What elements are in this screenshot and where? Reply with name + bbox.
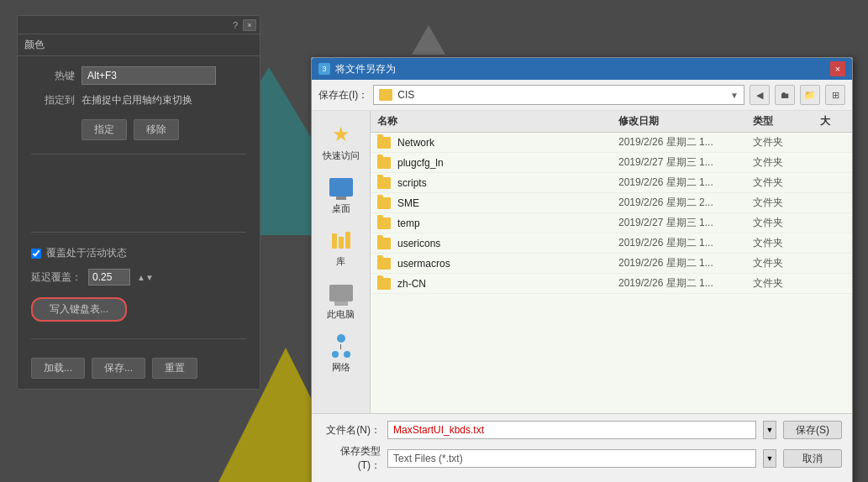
sidebar-item-desktop[interactable]: 桌面 <box>315 170 367 220</box>
assign-btn-row: 指定 移除 <box>31 119 246 140</box>
file-type: 文件夹 <box>753 176 820 190</box>
delay-stepper[interactable]: ▲▼ <box>137 273 154 282</box>
bottom-btn-row: 加载... 保存... 重置 <box>31 358 246 379</box>
file-date: 2019/2/26 星期二 1... <box>618 135 753 149</box>
left-panel-titlebar: ? × <box>18 16 260 34</box>
file-date: 2019/2/26 星期二 1... <box>618 176 753 190</box>
reset-button[interactable]: 重置 <box>152 358 197 379</box>
spacer <box>31 168 246 218</box>
cover-active-label: 覆盖处于活动状态 <box>46 246 127 260</box>
table-row[interactable]: usericons 2019/2/26 星期二 1... 文件夹 <box>371 233 852 254</box>
location-text: CIS <box>397 89 730 101</box>
saveas-content: ★ 快速访问 桌面 库 <box>312 111 852 413</box>
file-name: usermacros <box>397 258 618 270</box>
assign-button[interactable]: 指定 <box>82 119 127 140</box>
delay-label: 延迟覆盖： <box>31 270 82 285</box>
file-name: SME <box>397 197 618 209</box>
cover-active-row: 覆盖处于活动状态 <box>31 246 246 260</box>
library-label: 库 <box>336 255 345 268</box>
file-date: 2019/2/26 星期二 1... <box>618 256 753 270</box>
folder-icon <box>377 197 391 209</box>
file-type: 文件夹 <box>753 155 820 170</box>
desktop-label: 桌面 <box>332 202 350 215</box>
file-date: 2019/2/26 星期二 1... <box>618 236 753 250</box>
nav-up-button[interactable]: 🖿 <box>775 85 795 105</box>
up-icon: 🖿 <box>781 90 790 100</box>
sidebar-item-this-pc[interactable]: 此电脑 <box>315 276 367 326</box>
filename-label: 文件名(N)： <box>322 423 381 437</box>
quick-access-label: 快速访问 <box>323 149 360 162</box>
write-btn-container: 写入键盘表... <box>31 294 246 325</box>
filename-row: 文件名(N)： ▼ 保存(S) <box>322 421 842 439</box>
nav-back-button[interactable]: ◀ <box>750 85 770 105</box>
hotkey-input[interactable] <box>82 66 216 85</box>
location-dropdown-icon[interactable]: ▼ <box>730 91 739 100</box>
table-row[interactable]: temp 2019/2/27 星期三 1... 文件夹 <box>371 213 852 233</box>
filetype-label: 保存类型(T)： <box>322 444 381 473</box>
saveas-file-list[interactable]: 名称 修改日期 类型 大 Network 2019/2/26 星期二 1... … <box>371 111 852 413</box>
saveas-bottom: 文件名(N)： ▼ 保存(S) 保存类型(T)： ▼ 取消 <box>312 413 852 482</box>
cover-active-checkbox[interactable] <box>31 249 41 259</box>
file-name: usericons <box>397 238 618 249</box>
table-row[interactable]: zh-CN 2019/2/26 星期二 1... 文件夹 <box>371 274 852 294</box>
sidebar-item-network[interactable]: 网络 <box>315 329 367 379</box>
table-row[interactable]: Network 2019/2/26 星期二 1... 文件夹 <box>371 133 852 153</box>
separator-1 <box>31 154 246 155</box>
view-button[interactable]: ⊞ <box>825 85 845 105</box>
saveas-title-text: 将文件另存为 <box>335 62 396 76</box>
filetype-dropdown[interactable]: ▼ <box>763 449 776 468</box>
save-button[interactable]: 保存... <box>92 358 145 379</box>
folder-icon <box>377 278 391 290</box>
file-type: 文件夹 <box>753 276 820 291</box>
view-grid-icon: ⊞ <box>832 90 839 101</box>
folder-icon <box>377 157 391 169</box>
file-name: scripts <box>397 177 618 189</box>
nav-new-folder-button[interactable]: 📁 <box>800 85 820 105</box>
separator-2 <box>31 232 246 233</box>
network-icon <box>328 334 355 358</box>
folder-icon <box>377 258 391 270</box>
filename-input[interactable] <box>387 421 756 439</box>
close-button[interactable]: × <box>243 19 256 31</box>
folder-icon <box>377 177 391 189</box>
filename-dropdown[interactable]: ▼ <box>763 421 776 439</box>
sidebar-item-quick-access[interactable]: ★ 快速访问 <box>315 118 367 167</box>
filelist-header: 名称 修改日期 类型 大 <box>371 111 852 133</box>
panel-title: 颜色 <box>18 34 260 56</box>
load-button[interactable]: 加载... <box>31 358 85 379</box>
delay-input[interactable] <box>88 269 130 286</box>
arrow-top <box>412 25 445 55</box>
col-type-header: 类型 <box>753 114 820 128</box>
file-rows-container: Network 2019/2/26 星期二 1... 文件夹 plugcfg_l… <box>371 133 852 294</box>
table-row[interactable]: usermacros 2019/2/26 星期二 1... 文件夹 <box>371 254 852 274</box>
folder-icon <box>377 238 391 249</box>
cancel-file-button[interactable]: 取消 <box>783 449 842 468</box>
saveas-close-button[interactable]: × <box>830 61 845 76</box>
quick-access-icon: ★ <box>328 123 355 146</box>
hotkey-row: 热键 <box>31 66 246 85</box>
location-bar[interactable]: CIS ▼ <box>373 85 744 105</box>
table-row[interactable]: SME 2019/2/26 星期二 2... 文件夹 <box>371 193 852 213</box>
file-name: plugcfg_ln <box>397 157 618 169</box>
help-icon[interactable]: ? <box>233 20 238 30</box>
col-size-header: 大 <box>820 114 845 128</box>
sidebar-item-library[interactable]: 库 <box>315 223 367 273</box>
filetype-input <box>387 449 756 468</box>
file-date: 2019/2/27 星期三 1... <box>618 155 753 170</box>
remove-button[interactable]: 移除 <box>134 119 179 140</box>
save-file-button[interactable]: 保存(S) <box>783 421 842 439</box>
new-folder-icon: 📁 <box>804 90 816 101</box>
table-row[interactable]: plugcfg_ln 2019/2/27 星期三 1... 文件夹 <box>371 153 852 173</box>
saveas-toolbar: 保存在(I)： CIS ▼ ◀ 🖿 📁 ⊞ <box>312 80 852 111</box>
file-date: 2019/2/26 星期二 1... <box>618 276 753 291</box>
write-keyboard-button[interactable]: 写入键盘表... <box>31 297 127 322</box>
table-row[interactable]: scripts 2019/2/26 星期二 1... 文件夹 <box>371 173 852 193</box>
assign-to-label: 指定到 <box>31 93 75 107</box>
this-pc-label: 此电脑 <box>327 308 355 321</box>
folder-icon <box>377 217 391 229</box>
file-name: Network <box>397 137 618 149</box>
file-name: zh-CN <box>397 278 618 290</box>
assign-to-value: 在捕捉中启用轴约束切换 <box>82 93 192 107</box>
color-dialog: ? × 颜色 热键 指定到 在捕捉中启用轴约束切换 指定 移除 覆盖处于活动状态… <box>17 15 260 390</box>
file-date: 2019/2/26 星期二 2... <box>618 196 753 210</box>
